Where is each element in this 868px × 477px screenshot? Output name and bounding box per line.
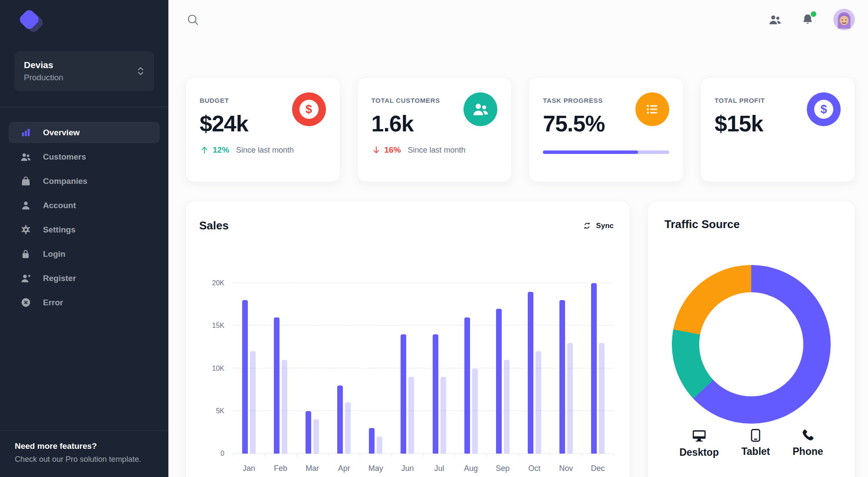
traffic-donut-chart: [672, 265, 831, 424]
sidebar-item-companies[interactable]: Companies: [9, 170, 160, 192]
desktop-icon: [691, 428, 707, 444]
x-axis-label: Jun: [391, 464, 423, 473]
arrow-up-icon: [200, 145, 209, 155]
bar-group: [296, 283, 328, 454]
bar-secondary: [345, 402, 351, 454]
bar-primary: [559, 300, 565, 454]
bar-primary: [369, 428, 375, 454]
stat-caption: Since last month: [236, 146, 294, 155]
bar-primary: [496, 309, 502, 454]
trend-value: 16%: [385, 145, 401, 155]
sidebar-item-login[interactable]: Login: [9, 243, 160, 265]
bar-secondary: [377, 437, 382, 454]
sidebar-item-register[interactable]: Register: [9, 268, 160, 289]
bar-group: [265, 283, 296, 454]
x-axis-label: Dec: [582, 464, 614, 473]
bar-primary: [274, 317, 279, 454]
bar-primary: [433, 334, 438, 454]
sidebar-item-label: Register: [43, 274, 76, 283]
bag-icon: [20, 176, 31, 187]
search-button[interactable]: [185, 12, 200, 27]
bar-primary: [528, 292, 533, 454]
sales-title: Sales: [199, 219, 229, 232]
sidebar-item-customers[interactable]: Customers: [9, 146, 160, 167]
bar-secondary: [504, 360, 510, 454]
x-axis-tick: [329, 454, 360, 457]
main-content: BUDGET $24k $ 12% Since last month: [168, 0, 868, 477]
users-icon: [20, 151, 31, 163]
sidebar-item-error[interactable]: Error: [9, 292, 160, 313]
traffic-source-card: Traffic Source Desktop Tablet Phone: [648, 201, 855, 477]
sidebar-footer-title: Need more features?: [15, 441, 154, 451]
sidebar-item-settings[interactable]: Settings: [9, 219, 160, 240]
sidebar-item-overview[interactable]: Overview: [9, 122, 160, 143]
bar-secondary: [599, 343, 605, 454]
traffic-source-title: Traffic Source: [664, 218, 838, 231]
bar-secondary: [282, 360, 287, 454]
user-icon: [20, 200, 31, 211]
x-axis-tick: [582, 454, 614, 457]
currency-dollar-icon: $: [292, 92, 326, 126]
bar-group: [233, 283, 265, 454]
contacts-button[interactable]: [767, 12, 782, 27]
x-axis-tick: [455, 454, 487, 457]
x-axis-tick: [297, 454, 329, 457]
bar-primary: [337, 386, 343, 454]
legend-label: Tablet: [741, 446, 770, 457]
stat-value: 75.5%: [543, 111, 605, 137]
chevron-up-down-icon: [137, 66, 145, 76]
sync-button[interactable]: Sync: [578, 219, 618, 233]
sales-bars: [233, 283, 614, 454]
x-axis-label: Jul: [423, 464, 455, 473]
y-axis-tick-label: 5K: [199, 407, 224, 415]
x-axis-tick: [424, 454, 455, 457]
notifications-button[interactable]: [800, 12, 815, 27]
user-plus-icon: [20, 273, 31, 284]
avatar[interactable]: [833, 9, 855, 30]
stat-value: 1.6k: [372, 111, 441, 137]
task-progress-fill: [543, 150, 638, 154]
notification-dot: [811, 11, 816, 17]
task-progress-card: TASK PROGRESS 75.5%: [529, 77, 684, 182]
x-axis-tick: [392, 454, 424, 457]
users-icon: [464, 92, 497, 126]
bar-group: [328, 283, 360, 454]
bar-group: [487, 283, 519, 454]
sidebar-item-account[interactable]: Account: [9, 195, 160, 216]
workspace-environment: Production: [24, 73, 137, 82]
y-axis-tick-label: 10K: [199, 365, 224, 372]
search-icon: [186, 13, 199, 26]
bar-group: [455, 283, 487, 454]
x-axis-tick: [265, 454, 297, 457]
x-axis-label: Nov: [550, 464, 582, 473]
x-circle-icon: [20, 297, 31, 308]
sync-icon: [582, 221, 592, 230]
bar-primary: [464, 317, 470, 454]
topbar: [185, 0, 855, 39]
sidebar-item-label: Account: [43, 201, 76, 210]
x-axis-tick: [233, 454, 265, 457]
x-axis-label: Feb: [265, 464, 296, 473]
x-axis-label: Aug: [455, 464, 487, 473]
workspace-selector[interactable]: Devias Production: [14, 51, 154, 91]
sync-label: Sync: [596, 222, 614, 230]
x-axis-label: Oct: [519, 464, 550, 473]
sidebar-item-label: Login: [43, 249, 66, 259]
sidebar: Devias Production Overview Customers: [0, 0, 168, 477]
sidebar-item-label: Overview: [43, 128, 80, 137]
sales-months: JanFebMarAprMayJunJulAugSepOctNovDec: [233, 464, 614, 473]
legend-item-desktop: Desktop: [679, 428, 719, 458]
currency-dollar-icon: $: [807, 92, 841, 126]
legend-item-tablet: Tablet: [741, 428, 770, 458]
bar-secondary: [250, 351, 256, 454]
stat-value: $24k: [200, 111, 248, 137]
x-axis-label: Mar: [296, 464, 328, 473]
x-axis-tick: [519, 454, 550, 457]
bar-group: [391, 283, 423, 454]
charts-row: Sales Sync 05K10K15K20K: [185, 201, 855, 477]
legend-label: Desktop: [679, 447, 719, 458]
stats-row: BUDGET $24k $ 12% Since last month: [185, 77, 855, 182]
x-axis-tick: [550, 454, 582, 457]
bar-secondary: [536, 351, 541, 454]
sidebar-item-label: Settings: [43, 225, 76, 235]
